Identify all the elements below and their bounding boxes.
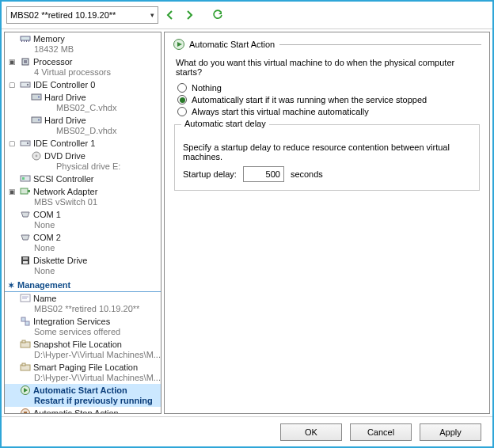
tree-item-paging[interactable]: Smart Paging File Location D:\Hyper-V\Vi… (5, 361, 161, 384)
section-management[interactable]: ✶ Management (5, 279, 161, 292)
tree-label: Name (33, 293, 56, 304)
tree-item-auto-start[interactable]: Automatic Start Action Restart if previo… (5, 384, 161, 407)
tree-sub: None (8, 266, 159, 276)
expand-icon[interactable]: ▣ (8, 56, 17, 67)
svg-rect-13 (21, 141, 30, 146)
svg-rect-27 (21, 317, 25, 321)
svg-rect-20 (28, 190, 30, 192)
panel-title: Automatic Start Action (189, 40, 275, 49)
tree-item-scsi[interactable]: SCSI Controller (5, 173, 161, 185)
tree-item-ide0[interactable]: ▢IDE Controller 0 (5, 78, 161, 91)
svg-rect-0 (21, 36, 30, 40)
tree-sub: None (8, 243, 159, 253)
tree-sub: 18432 MB (8, 44, 159, 55)
tree-sub: MBS02 **retired 10.19.20** (8, 304, 159, 314)
svg-point-12 (38, 120, 40, 121)
svg-rect-1 (21, 40, 22, 42)
tree-item-ide1-dvd[interactable]: DVD Drive Physical drive E: (5, 150, 161, 173)
tree-item-processor[interactable]: ▣Processor 4 Virtual processors (5, 55, 161, 78)
tree-sub: None (8, 220, 159, 230)
nav-next-button[interactable] (182, 8, 196, 22)
expand-icon[interactable]: ▣ (8, 186, 17, 197)
tree-item-integration[interactable]: Integration Services Some services offer… (5, 315, 161, 338)
auto-start-icon (19, 385, 31, 396)
hard-drive-icon (30, 92, 42, 103)
tree-sub: Restart if previously running (8, 396, 159, 406)
tree-label: Automatic Stop Action (33, 408, 119, 414)
delay-unit: seconds (291, 169, 323, 179)
tree-item-auto-stop[interactable]: Automatic Stop Action Save (5, 407, 161, 414)
snapshot-icon (19, 339, 31, 350)
diskette-icon (19, 255, 31, 266)
radio-label: Nothing (192, 83, 222, 93)
tree-sub: MBS02_D.vhdx (19, 126, 159, 136)
tree-item-ide0-hd2[interactable]: Hard Drive MBS02_D.vhdx (5, 114, 161, 137)
section-chevron-icon: ✶ (8, 281, 14, 290)
tree-label: Hard Drive (44, 115, 86, 126)
tree-label: Memory (33, 33, 65, 44)
collapse-icon[interactable]: ▢ (8, 79, 17, 90)
svg-point-16 (35, 155, 37, 158)
tree-item-name[interactable]: Name MBS02 **retired 10.19.20** (5, 292, 161, 315)
memory-icon (19, 33, 31, 44)
tree-item-ide0-hd1[interactable]: Hard Drive MBS02_C.vhdx (5, 91, 161, 114)
svg-rect-6 (24, 60, 27, 63)
hard-drive-icon (30, 115, 42, 126)
collapse-icon[interactable]: ▢ (8, 138, 17, 149)
tree-item-ide1[interactable]: ▢IDE Controller 1 (5, 137, 161, 150)
svg-point-14 (26, 142, 28, 144)
delay-description: Specify a startup delay to reduce resour… (183, 142, 471, 161)
tree-label: Integration Services (33, 316, 110, 327)
tree-item-diskette[interactable]: Diskette Drive None (5, 254, 161, 277)
refresh-button[interactable] (211, 8, 225, 22)
svg-rect-35 (24, 412, 27, 414)
tree-sub: MBS vSwitch 01 (8, 197, 159, 207)
cancel-button[interactable]: Cancel (350, 423, 412, 441)
tree-label: IDE Controller 1 (33, 138, 95, 149)
settings-window: MBS02 **retired 10.19.20** ▾ Memory 1843… (0, 0, 494, 448)
radio-auto-start[interactable]: Automatically start if it was running wh… (177, 95, 481, 104)
svg-rect-28 (25, 321, 29, 325)
radio-icon (177, 107, 187, 116)
tree-item-memory[interactable]: Memory 18432 MB (5, 32, 161, 55)
tree-item-com2[interactable]: COM 2 None (5, 231, 161, 254)
section-label: Management (17, 280, 70, 290)
svg-rect-11 (32, 117, 41, 123)
tree-item-snapshot[interactable]: Snapshot File Location D:\Hyper-V\Virtua… (5, 338, 161, 361)
tree-label: Smart Paging File Location (33, 362, 138, 373)
tree-label: Automatic Start Action (33, 385, 127, 396)
paging-icon (19, 362, 31, 373)
tree-sub: Some services offered (8, 327, 159, 337)
tree-label: Network Adapter (33, 186, 97, 197)
ok-button[interactable]: OK (280, 423, 342, 441)
tree-sub: 4 Virtual processors (8, 67, 159, 78)
radio-icon-checked (177, 95, 187, 104)
details-panel: Automatic Start Action What do you want … (164, 32, 490, 414)
settings-tree[interactable]: Memory 18432 MB ▣Processor 4 Virtual pro… (4, 32, 162, 414)
chevron-down-icon: ▾ (150, 11, 154, 19)
svg-point-8 (26, 84, 28, 85)
tree-label: Snapshot File Location (33, 339, 122, 350)
scsi-icon (19, 173, 31, 184)
svg-point-10 (38, 97, 40, 98)
radio-always[interactable]: Always start this virtual machine automa… (177, 107, 481, 116)
svg-point-34 (21, 409, 29, 415)
tree-label: DVD Drive (44, 150, 86, 161)
tree-label: IDE Controller 0 (33, 79, 95, 90)
svg-rect-32 (22, 363, 25, 366)
startup-delay-input[interactable] (243, 166, 284, 182)
auto-start-icon (173, 39, 184, 50)
radio-nothing[interactable]: Nothing (177, 83, 481, 93)
radio-label: Always start this virtual machine automa… (192, 107, 369, 116)
tree-item-com1[interactable]: COM 1 None (5, 208, 161, 231)
radio-label: Automatically start if it was running wh… (192, 95, 427, 104)
tree-item-network[interactable]: ▣Network Adapter MBS vSwitch 01 (5, 185, 161, 208)
apply-button[interactable]: Apply (420, 423, 481, 441)
delay-label: Startup delay: (183, 169, 237, 179)
processor-icon (19, 56, 31, 67)
content-area: Memory 18432 MB ▣Processor 4 Virtual pro… (2, 28, 492, 416)
vm-selector-dropdown[interactable]: MBS02 **retired 10.19.20** ▾ (6, 6, 158, 24)
tree-sub: D:\Hyper-V\Virtual Machines\M... (8, 373, 159, 383)
svg-rect-4 (28, 40, 29, 42)
nav-prev-button[interactable] (163, 8, 177, 22)
